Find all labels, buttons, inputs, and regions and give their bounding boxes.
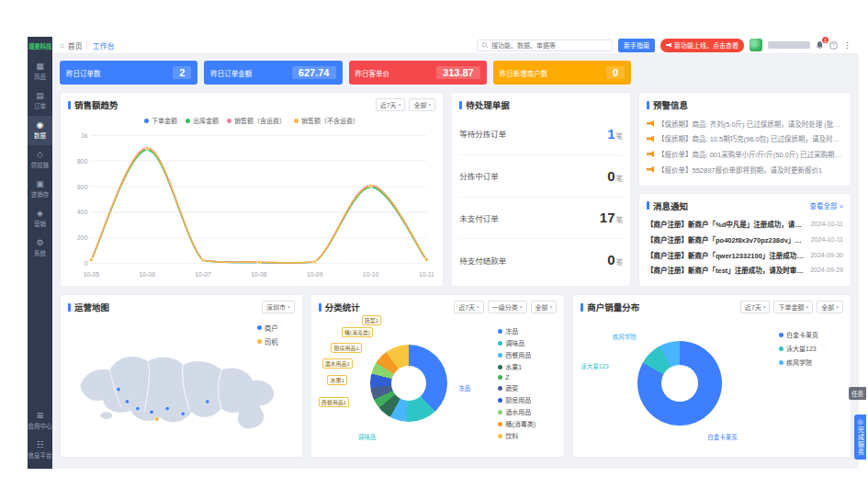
filter-select[interactable]: 全部▾ [409, 98, 435, 111]
alert-item[interactable]: 【报价单】552897报价单即将到期，请及时更新报价1 [647, 165, 843, 175]
legend-dot [257, 339, 262, 344]
alert-item[interactable]: 【保质期】商品: 10.5期巧克(96.0包) 已过保质期，请及时处理… [647, 133, 843, 143]
legend-item[interactable]: 桶(消毒类) [498, 419, 557, 428]
filter-select[interactable]: 近7天▾ [454, 301, 484, 313]
panel-title: 商户销量分布 [587, 301, 639, 313]
map-body: 商户司机 [68, 315, 295, 451]
svg-text:10-11: 10-11 [419, 271, 434, 278]
pending-row[interactable]: 待支付结款单0笔 [459, 239, 623, 280]
legend-dot [498, 341, 502, 346]
legend-item[interactable]: 水果1 [498, 362, 557, 371]
sidebar-item-data[interactable]: ◉数据 [28, 116, 52, 145]
alert-item[interactable]: 【报价单】商品: 001采购单小斤/斤/斤(50.0斤) 已过采购期，请及时… [647, 149, 843, 159]
pending-body: 等待分拣订单1笔分拣中订单0笔未支付订单17笔待支付结款单0笔 [459, 113, 623, 280]
chart-callout: 西餐用品1 [319, 397, 349, 407]
chart-callout: 疾风学院 [613, 332, 637, 341]
filter-select[interactable]: 近7天▾ [740, 301, 771, 313]
legend-item[interactable]: 冻品 [498, 326, 557, 335]
legend-item[interactable]: 泳大量123 [779, 344, 843, 353]
message-item[interactable]: 【商户注册】新商户「qwer12332100」注册成功，请及时审…2024-09… [647, 250, 843, 260]
pending-row[interactable]: 等待分拣订单1笔 [459, 113, 623, 155]
chevron-down-icon: ▾ [806, 304, 808, 310]
message-item[interactable]: 【商户注册】新商户「po402f8x3v70pz238dv」注册成功，请…202… [647, 234, 843, 244]
sidebar-item-orders[interactable]: ▤订单 [28, 86, 52, 116]
legend-dot [779, 360, 783, 365]
sidebar-item-label: 应用中心 [28, 421, 52, 430]
promo-button-label: 新功能上线，点击查看 [674, 40, 738, 50]
pending-row[interactable]: 未支付订单17笔 [459, 198, 623, 240]
sidebar-item-goods[interactable]: ▦商品 [28, 57, 52, 86]
legend-label: 商户 [265, 323, 278, 333]
alerts-panel: 预警信息 【保质期】商品: 齐刘(5.0斤) 已过保质期，请及时处理 (批次号:… [638, 92, 851, 187]
filter-select[interactable]: 近7天▾ [376, 98, 406, 111]
legend-dot [498, 422, 502, 426]
filter-select[interactable]: 一级分类▾ [488, 301, 527, 313]
legend-item[interactable]: 厨房用品 [498, 395, 557, 404]
legend-item[interactable]: 酒水用品 [498, 407, 557, 416]
tab-workbench[interactable]: 工作台 [86, 40, 115, 51]
pending-row[interactable]: 分拣中订单0笔 [459, 155, 623, 198]
legend-item[interactable]: 饮料 [498, 431, 557, 440]
task-tab[interactable]: 任务 [849, 387, 866, 400]
title-accent [319, 303, 321, 312]
chevron-down-icon: ▾ [520, 304, 523, 310]
legend-item[interactable]: 销售额（不含运费） [294, 116, 359, 125]
more-icon[interactable]: ⋮ [843, 40, 851, 50]
sidebar-item-app-center[interactable]: ⊞应用中心 [28, 406, 52, 436]
help-icon[interactable]: ? [829, 41, 838, 50]
sidebar-item-info-platform[interactable]: ☷信息平台 [28, 436, 52, 465]
message-item[interactable]: 【商户注册】新商户「test」注册成功，请及时审核。2024-09-29 [647, 265, 843, 275]
legend-item[interactable]: 蔬菜 [498, 383, 557, 392]
notifications-button[interactable]: 1 [816, 40, 824, 50]
operations-map-panel: 运营地图 深圳市▾ [60, 294, 303, 458]
legend-label: 厨房用品 [505, 395, 531, 404]
legend-item[interactable]: 商户 [257, 323, 278, 333]
merchant-legend: 白金卡莱克泳大量123疾风学院 [779, 315, 843, 451]
service-tab[interactable]: ◎ 完成服务 [854, 415, 866, 460]
legend-item[interactable]: 白金卡莱克 [779, 330, 843, 339]
sidebar-item-inventory[interactable]: ▣进销存 [28, 175, 52, 204]
legend-label: 蔬菜 [505, 383, 518, 392]
search-input[interactable] [491, 42, 608, 49]
sidebar-item-system[interactable]: ⚙系统 [28, 233, 52, 263]
panel-title: 运营地图 [74, 301, 109, 313]
legend-item[interactable]: 西餐用品 [498, 350, 557, 359]
legend-item[interactable]: 司机 [257, 336, 278, 347]
legend-item[interactable]: 调味品 [498, 338, 557, 347]
pending-unit: 笔 [616, 175, 624, 183]
sidebar-item-supply-chain[interactable]: ◇供应链 [28, 145, 52, 175]
svg-text:400: 400 [77, 209, 88, 215]
map-point [136, 406, 141, 411]
message-item[interactable]: 【商户注册】新商户「%d中凡是」注册成功，请及时审核。2024-10-11 [647, 219, 843, 229]
messages-panel: 消息通知 查看全部 > 【商户注册】新商户「%d中凡是」注册成功，请及时审核。2… [638, 193, 851, 288]
legend-item[interactable]: 下单金额 [144, 116, 177, 125]
pending-value: 17笔 [600, 210, 623, 225]
chart-callout: 泳大量123 [581, 361, 608, 370]
sidebar: 观麦科技 ▦商品▤订单◉数据◇供应链▣进销存◈营销⚙系统⊞应用中心☷信息平台 [28, 37, 52, 469]
legend-item[interactable]: 出库金额 [186, 116, 219, 125]
view-all-link[interactable]: 查看全部 > [810, 200, 843, 210]
avatar[interactable] [750, 39, 762, 51]
search-box[interactable] [477, 40, 613, 51]
guide-button[interactable]: 新手指南 [618, 39, 655, 52]
sales-legend: 下单金额出库金额销售额（含运费）销售额（不含运费） [68, 113, 435, 126]
legend-label: 下单金额 [152, 116, 177, 125]
legend-dot [144, 119, 149, 123]
filter-select[interactable]: 深圳市▾ [262, 301, 295, 313]
breadcrumb-home[interactable]: 首页 [68, 40, 83, 51]
sidebar-item-marketing[interactable]: ◈营销 [28, 204, 52, 233]
alert-text: 【报价单】商品: 001采购单小斤/斤/斤(50.0斤) 已过采购期，请及时… [658, 149, 843, 159]
filter-select[interactable]: 下单金额▾ [773, 301, 813, 313]
legend-dot [498, 365, 502, 369]
filter-select[interactable]: 全部▾ [817, 301, 843, 313]
legend-item[interactable]: 销售额（含运费） [227, 116, 286, 125]
legend-item[interactable]: Z [498, 374, 557, 381]
alert-item[interactable]: 【保质期】商品: 齐刘(5.0斤) 已过保质期，请及时处理 (批次号: T10… [647, 119, 843, 129]
supply-chain-icon: ◇ [37, 151, 43, 159]
filter-select[interactable]: 全部▾ [531, 301, 558, 313]
alerts-list: 【保质期】商品: 齐刘(5.0斤) 已过保质期，请及时处理 (批次号: T10…… [647, 113, 843, 180]
legend-dot [498, 375, 502, 380]
promo-button[interactable]: 新功能上线，点击查看 [660, 39, 744, 52]
stat-card-3: 昨日新增商户数0 [493, 61, 631, 85]
legend-item[interactable]: 疾风学院 [779, 358, 843, 367]
